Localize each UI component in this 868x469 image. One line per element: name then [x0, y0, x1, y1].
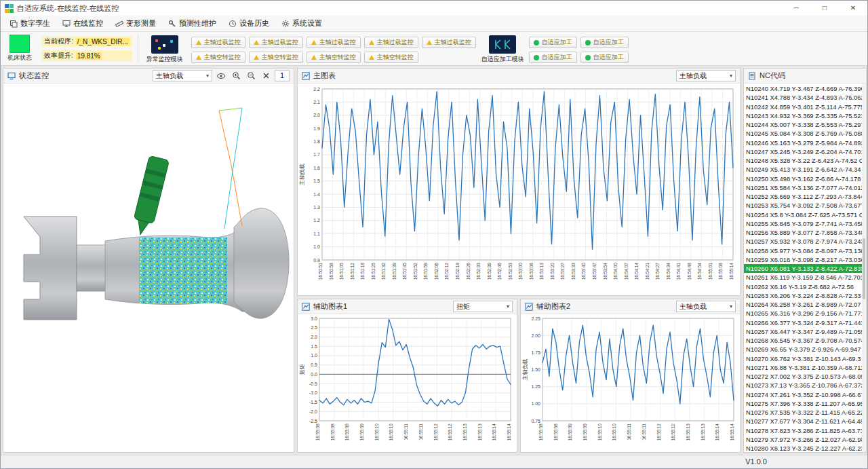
nc-code-line[interactable]: N10248 X5.328 Y-3.22 Z-6.423 A-74.52 C [744, 156, 866, 165]
nc-code-line[interactable]: N10278 X7.823 Y-3.286 Z-11.825 A-63.73 [744, 426, 866, 435]
nc-code-line[interactable]: N10251 X5.584 Y-3.136 Z-7.077 A-74.012 [744, 183, 866, 192]
svg-text:2.1: 2.1 [313, 100, 320, 105]
nc-code-line[interactable]: N10250 X5.498 Y-3.162 Z-6.86 A-74.178 C [744, 174, 866, 183]
nc-code-line[interactable]: N10253 X5.754 Y-3.092 Z-7.508 A-73.677 [744, 201, 866, 210]
spindle-overload-monitor-button[interactable]: 主轴过载监控 [307, 37, 361, 48]
nc-code-line[interactable]: N10262 X6.16 Y-3.19 Z-8.682 A-72.56 [744, 282, 866, 291]
svg-text:2.5: 2.5 [311, 325, 317, 330]
adaptive-machining-button[interactable]: 自适应加工 [580, 52, 629, 63]
nc-code-line[interactable]: N10266 X6.377 Y-3.324 Z-9.317 A-71.443 [744, 318, 866, 327]
svg-text:16:51:52: 16:51:52 [413, 263, 418, 280]
main-chart[interactable]: 0.91.01.11.21.31.41.51.61.71.81.92.02.12… [298, 83, 738, 294]
spindle-overload-monitor-button[interactable]: 主轴过载监控 [249, 37, 303, 48]
nc-code-line[interactable]: N10279 X7.972 Y-3.266 Z-12.027 A-62.98 [744, 435, 866, 444]
nc-code-line[interactable]: N10259 X6.016 Y-3.098 Z-8.217 A-73.036 [744, 255, 866, 264]
nc-code-line[interactable]: N10243 X4.932 Y-3.369 Z-5.335 A-75.523 [744, 111, 866, 120]
svg-text:16:51:59: 16:51:59 [423, 263, 428, 280]
menu-item-deformation-measure[interactable]: 变形测量 [109, 16, 162, 32]
nc-code-line[interactable]: N10265 X6.316 Y-3.296 Z-9.156 A-71.771 [744, 309, 866, 318]
aux-chart1-metric-select[interactable]: 扭矩▾ [453, 301, 513, 312]
spindle-overload-monitor-button[interactable]: 主轴过载监控 [364, 37, 418, 48]
nc-code-line[interactable]: N10258 X5.977 Y-3.084 Z-8.097 A-73.138 [744, 246, 866, 255]
nc-code-line[interactable]: N10274 X7.261 Y-3.352 Z-10.998 A-66.67 [744, 390, 866, 399]
nc-code-line[interactable]: N10245 X5.084 Y-3.308 Z-5.769 A-75.088 [744, 129, 866, 138]
nc-code-line[interactable]: N10263 X6.206 Y-3.224 Z-8.828 A-72.33 C [744, 291, 866, 300]
nc-code-line[interactable]: N10280 X8.123 Y-3.245 Z-12.227 A-62.23 [744, 444, 866, 452]
program-info: 当前程序: /_N_WKS_DIR... 效率提升: 19.81% [41, 34, 132, 61]
nc-code-line[interactable]: N10270 X6.762 Y-3.381 Z-10.143 A-69.3 [744, 354, 866, 363]
minimize-button[interactable]: ─ [782, 1, 810, 16]
nc-code-line[interactable]: N10255 X5.845 Y-3.079 Z-7.741 A-73.458 [744, 219, 866, 228]
svg-text:1.2: 1.2 [313, 218, 320, 223]
nc-code-line[interactable]: N10256 X5.889 Y-3.077 Z-7.858 A-73.348 [744, 228, 866, 237]
svg-text:1.8: 1.8 [313, 139, 320, 144]
svg-text:1.7: 1.7 [313, 152, 320, 157]
adaptive-machining-button[interactable]: 自适应加工 [529, 52, 577, 63]
nc-code-line[interactable]: N10273 X7.13 Y-3.365 Z-10.786 A-67.372 [744, 381, 866, 390]
nc-scrollbar-thumb[interactable] [863, 238, 865, 299]
nc-code-line[interactable]: N10269 X6.65 Y-3.379 Z-9.926 A-69.947 C [744, 345, 866, 354]
main-chart-metric-select[interactable]: 主轴负载▾ [676, 70, 736, 81]
menu-item-digital-twin[interactable]: 数字孪生 [3, 16, 56, 32]
spindle-idle-monitor-button[interactable]: 主轴空转监控 [307, 52, 361, 63]
svg-text:16:54:34: 16:54:34 [666, 263, 671, 280]
nc-code-line[interactable]: N10246 X5.163 Y-3.279 Z-5.984 A-74.892 [744, 138, 866, 147]
nc-code-line[interactable]: N10277 X7.677 Y-3.304 Z-11.621 A-64.48 [744, 417, 866, 426]
nc-code-line[interactable]: N10261 X6.119 Y-3.159 Z-8.546 A-72.701 [744, 273, 866, 282]
maximize-button[interactable]: □ [810, 1, 839, 16]
clear-view-button[interactable] [260, 70, 272, 81]
nc-code-line[interactable]: N10249 X5.413 Y-3.191 Z-6.642 A-74.34 [744, 165, 866, 174]
aux-chart2-metric-select[interactable]: 主轴负载▾ [676, 301, 736, 312]
nc-code-line[interactable]: N10241 X4.788 Y-3.434 Z-4.893 A-76.062 [744, 93, 866, 102]
view-eye-button[interactable] [215, 70, 227, 81]
nc-code-line[interactable]: N10272 X7.002 Y-3.375 Z-10.573 A-68.05 [744, 372, 866, 381]
menu-item-predictive-maintenance[interactable]: 预测性维护 [162, 16, 222, 32]
machine-status: 机床状态 [3, 34, 36, 62]
menu-item-device-history[interactable]: 设备历史 [222, 16, 275, 32]
history-clock-icon [229, 20, 237, 28]
zoom-out-button[interactable] [245, 70, 257, 81]
svg-text:0.9: 0.9 [313, 258, 320, 263]
interval-input[interactable] [275, 70, 290, 81]
svg-text:2.25: 2.25 [531, 316, 540, 321]
spindle-idle-monitor-button[interactable]: 主轴空转监控 [364, 52, 418, 63]
svg-text:16:55:08: 16:55:08 [538, 424, 543, 441]
nc-code-line[interactable]: N10267 X6.447 Y-3.347 Z-9.489 A-71.055 [744, 327, 866, 336]
nc-code-line[interactable]: N10252 X5.669 Y-3.112 Z-7.293 A-73.844 [744, 192, 866, 201]
nc-code-line[interactable]: N10260 X6.081 Y-3.133 Z-8.422 A-72.835 [744, 264, 866, 273]
nc-code-line[interactable]: N10247 X5.245 Y-3.249 Z-6.204 A-74.701 [744, 147, 866, 156]
nc-code-line[interactable]: N10254 X5.8 Y-3.084 Z-7.625 A-73.571 C [744, 210, 866, 219]
nc-code-line[interactable]: N10271 X6.88 Y-3.381 Z-10.359 A-68.711 [744, 363, 866, 372]
spindle-overload-monitor-button[interactable]: 主轴过载监控 [191, 37, 245, 48]
nc-code-line[interactable]: N10240 X4.719 Y-3.467 Z-4.669 A-76.396 [744, 84, 866, 93]
svg-text:16:55:08: 16:55:08 [553, 424, 558, 441]
svg-text:16:55:09: 16:55:09 [568, 424, 572, 441]
adaptive-machining-button[interactable]: 自适应加工 [580, 37, 629, 48]
nc-code-line[interactable]: N10242 X4.859 Y-3.401 Z-5.114 A-75.775 [744, 102, 866, 111]
nc-code-line[interactable]: N10268 X6.545 Y-3.367 Z-9.708 A-70.574 [744, 336, 866, 345]
adaptive-machining-button[interactable]: 自适应加工 [529, 37, 577, 48]
aux-chart2[interactable]: 0.751.001.251.501.752.002.2516:55:0816:5… [521, 314, 738, 452]
nc-code-line[interactable]: N10275 X7.396 Y-3.338 Z-11.207 A-65.95 [744, 399, 866, 408]
spindle-idle-monitor-button[interactable]: 主轴空转监控 [191, 52, 245, 63]
nc-code-line[interactable]: N10276 X7.535 Y-3.322 Z-11.415 A-65.22 [744, 408, 866, 417]
svg-text:16:55:01: 16:55:01 [708, 263, 713, 280]
spindle-idle-monitor-button[interactable]: 主轴空转监控 [249, 52, 303, 63]
nc-code-line[interactable]: N10264 X6.258 Y-3.261 Z-8.989 A-72.07 [744, 300, 866, 309]
line-chart-icon [525, 303, 533, 311]
nc-code-line[interactable]: N10244 X5.007 Y-3.338 Z-5.553 A-75.297 [744, 120, 866, 129]
nc-code-line[interactable]: N10257 X5.932 Y-3.078 Z-7.974 A-73.243 [744, 237, 866, 246]
nc-scrollbar[interactable] [862, 83, 866, 452]
zoom-in-button[interactable] [230, 70, 242, 81]
svg-text:16:53:06: 16:53:06 [529, 263, 534, 280]
aux-chart1[interactable]: -2.5-2.0-1.5-1.0-0.50.00.51.01.52.02.53.… [298, 314, 515, 452]
svg-text:16:51:12: 16:51:12 [350, 263, 355, 280]
close-button[interactable]: ✕ [839, 1, 867, 16]
machine-3d-view[interactable] [3, 83, 294, 452]
svg-text:1.25: 1.25 [531, 384, 540, 389]
menu-item-online-monitor[interactable]: 在线监控 [56, 16, 109, 32]
status-metric-select[interactable]: 主轴负载▾ [153, 70, 212, 81]
menu-item-system-settings[interactable]: 系统设置 [275, 16, 328, 32]
spindle-overload-monitor-button[interactable]: 主轴过载监控 [422, 37, 476, 48]
gear-icon [281, 20, 290, 28]
